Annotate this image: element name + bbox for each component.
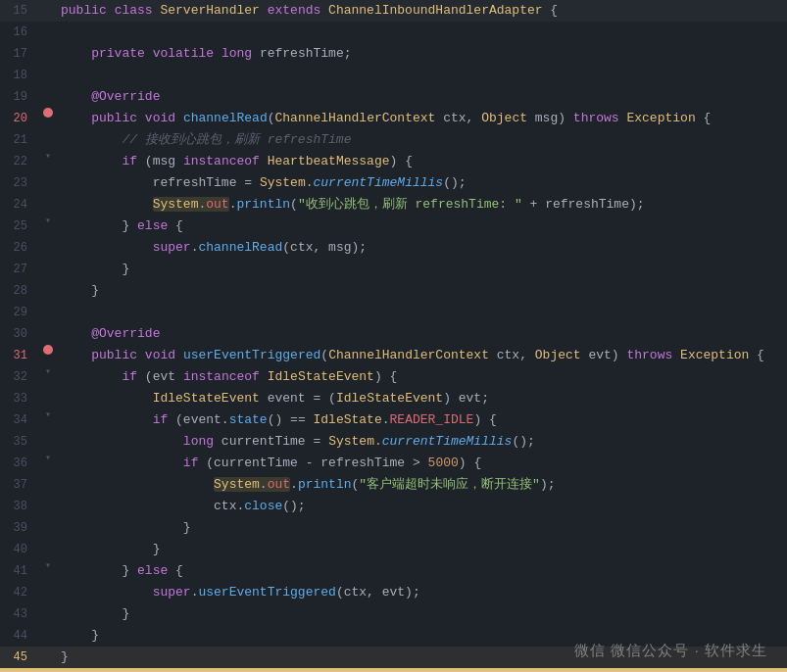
code-28: } xyxy=(57,280,787,302)
table-row: 34 ▾ if (event.state() == IdleState.READ… xyxy=(0,409,787,431)
line-num-16: 16 xyxy=(0,22,39,43)
line-num-25: 25 xyxy=(0,216,39,237)
indicator-41: ▾ xyxy=(39,560,57,572)
table-row: 22 ▾ if (msg instanceof HeartbeatMessage… xyxy=(0,151,787,172)
bottom-bar xyxy=(0,668,787,672)
table-row: 36 ▾ if (currentTime - refreshTime > 500… xyxy=(0,453,787,474)
code-22: if (msg instanceof HeartbeatMessage) { xyxy=(57,151,787,172)
table-row: 39 } xyxy=(0,517,787,539)
table-row: 26 super.channelRead(ctx, msg); xyxy=(0,237,787,259)
table-row: 15 public class ServerHandler extends Ch… xyxy=(0,0,787,22)
code-38: ctx.close(); xyxy=(57,496,787,517)
code-42: super.userEventTriggered(ctx, evt); xyxy=(57,582,787,603)
line-num-20: 20 xyxy=(0,108,39,129)
breakpoint-20[interactable] xyxy=(43,108,53,118)
table-row: 29 xyxy=(0,302,787,323)
line-num-32: 32 xyxy=(0,366,39,388)
line-num-17: 17 xyxy=(0,43,39,65)
indicator-20 xyxy=(39,108,57,118)
line-num-43: 43 xyxy=(0,603,39,625)
table-row: 31 public void userEventTriggered(Channe… xyxy=(0,345,787,366)
line-num-34: 34 xyxy=(0,409,39,431)
line-num-45: 45 xyxy=(0,647,39,668)
fold-22[interactable]: ▾ xyxy=(42,151,54,163)
indicator-22: ▾ xyxy=(39,151,57,163)
line-num-24: 24 xyxy=(0,194,39,216)
indicator-36: ▾ xyxy=(39,453,57,464)
code-32: if (evt instanceof IdleStateEvent) { xyxy=(57,366,787,388)
fold-34[interactable]: ▾ xyxy=(42,409,54,421)
table-row: 17 private volatile long refreshTime; xyxy=(0,43,787,65)
breakpoint-31[interactable] xyxy=(43,345,53,355)
code-39: } xyxy=(57,517,787,539)
table-row: 37 System.out.println("客户端超时未响应，断开连接"); xyxy=(0,474,787,496)
line-num-21: 21 xyxy=(0,129,39,151)
table-row: 35 long currentTime = System.currentTime… xyxy=(0,431,787,453)
fold-36[interactable]: ▾ xyxy=(42,453,54,464)
line-num-26: 26 xyxy=(0,237,39,259)
line-num-39: 39 xyxy=(0,517,39,539)
code-40: } xyxy=(57,539,787,560)
table-row: 41 ▾ } else { xyxy=(0,560,787,582)
line-num-30: 30 xyxy=(0,323,39,345)
line-num-41: 41 xyxy=(0,560,39,582)
code-19: @Override xyxy=(57,86,787,108)
line-num-31: 31 xyxy=(0,345,39,366)
code-41: } else { xyxy=(57,560,787,582)
table-row: 21 // 接收到心跳包，刷新 refreshTime xyxy=(0,129,787,151)
code-30: @Override xyxy=(57,323,787,345)
code-15: public class ServerHandler extends Chann… xyxy=(57,0,787,22)
table-row: 23 refreshTime = System.currentTimeMilli… xyxy=(0,172,787,194)
table-row: 33 IdleStateEvent event = (IdleStateEven… xyxy=(0,388,787,409)
line-num-36: 36 xyxy=(0,453,39,474)
line-num-19: 19 xyxy=(0,86,39,108)
code-21: // 接收到心跳包，刷新 refreshTime xyxy=(57,129,787,151)
line-num-35: 35 xyxy=(0,431,39,453)
line-num-22: 22 xyxy=(0,151,39,172)
line-num-42: 42 xyxy=(0,582,39,603)
table-row: 20 public void channelRead(ChannelHandle… xyxy=(0,108,787,129)
code-25: } else { xyxy=(57,216,787,237)
table-row: 32 ▾ if (evt instanceof IdleStateEvent) … xyxy=(0,366,787,388)
fold-32[interactable]: ▾ xyxy=(42,366,54,378)
watermark: 微信 微信公众号 · 软件求生 xyxy=(574,642,767,660)
line-num-15: 15 xyxy=(0,0,39,22)
fold-25[interactable]: ▾ xyxy=(42,216,54,227)
line-num-29: 29 xyxy=(0,302,39,323)
indicator-25: ▾ xyxy=(39,216,57,227)
table-row: 38 ctx.close(); xyxy=(0,496,787,517)
code-27: } xyxy=(57,259,787,280)
indicator-34: ▾ xyxy=(39,409,57,421)
watermark-icon: 微信 xyxy=(574,642,606,658)
line-num-40: 40 xyxy=(0,539,39,560)
code-33: IdleStateEvent event = (IdleStateEvent) … xyxy=(57,388,787,409)
fold-41[interactable]: ▾ xyxy=(42,560,54,572)
line-num-27: 27 xyxy=(0,259,39,280)
code-37: System.out.println("客户端超时未响应，断开连接"); xyxy=(57,474,787,496)
code-31: public void userEventTriggered(ChannelHa… xyxy=(57,345,787,366)
line-num-38: 38 xyxy=(0,496,39,517)
table-row: 25 ▾ } else { xyxy=(0,216,787,237)
code-editor: 15 public class ServerHandler extends Ch… xyxy=(0,0,787,672)
line-num-37: 37 xyxy=(0,474,39,496)
line-num-33: 33 xyxy=(0,388,39,409)
code-24: System.out.println("收到心跳包，刷新 refreshTime… xyxy=(57,194,787,216)
table-row: 24 System.out.println("收到心跳包，刷新 refreshT… xyxy=(0,194,787,216)
indicator-32: ▾ xyxy=(39,366,57,378)
code-26: super.channelRead(ctx, msg); xyxy=(57,237,787,259)
code-34: if (event.state() == IdleState.READER_ID… xyxy=(57,409,787,431)
code-43: } xyxy=(57,603,787,625)
table-row: 18 xyxy=(0,65,787,86)
line-num-44: 44 xyxy=(0,625,39,647)
line-num-28: 28 xyxy=(0,280,39,302)
table-row: 42 super.userEventTriggered(ctx, evt); xyxy=(0,582,787,603)
table-row: 40 } xyxy=(0,539,787,560)
line-num-18: 18 xyxy=(0,65,39,86)
code-35: long currentTime = System.currentTimeMil… xyxy=(57,431,787,453)
indicator-31 xyxy=(39,345,57,355)
code-36: if (currentTime - refreshTime > 5000) { xyxy=(57,453,787,474)
table-row: 28 } xyxy=(0,280,787,302)
code-20: public void channelRead(ChannelHandlerCo… xyxy=(57,108,787,129)
code-17: private volatile long refreshTime; xyxy=(57,43,787,65)
table-row: 27 } xyxy=(0,259,787,280)
